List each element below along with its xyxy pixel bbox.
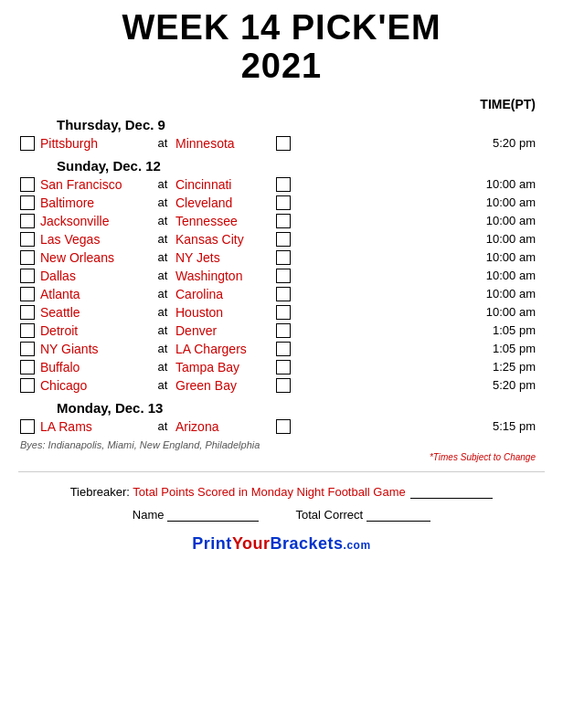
game-row: Jacksonville at Tennessee 10:00 am bbox=[20, 212, 545, 230]
away-checkbox[interactable] bbox=[20, 232, 35, 247]
home-checkbox[interactable] bbox=[276, 323, 291, 338]
brand-print: Print bbox=[192, 534, 232, 553]
team-away: Baltimore bbox=[40, 195, 150, 210]
team-home: Houston bbox=[175, 305, 276, 320]
correct-underline bbox=[366, 521, 430, 522]
main-title: WEEK 14 PICK'EM 2021 bbox=[18, 9, 545, 86]
away-checkbox[interactable] bbox=[20, 195, 35, 210]
team-home: NY Jets bbox=[175, 250, 276, 265]
team-away: Detroit bbox=[40, 323, 150, 338]
day-sunday: Sunday, Dec. 12 bbox=[57, 158, 545, 174]
home-checkbox[interactable] bbox=[276, 342, 291, 356]
game-time: 1:05 pm bbox=[493, 323, 545, 337]
game-time: 5:20 pm bbox=[493, 378, 545, 392]
team-home: LA Chargers bbox=[175, 342, 276, 356]
schedule: Thursday, Dec. 9 Pittsburgh at Minnesota… bbox=[18, 117, 545, 436]
team-away: Buffalo bbox=[40, 360, 150, 375]
home-checkbox[interactable] bbox=[276, 232, 291, 247]
home-checkbox[interactable] bbox=[276, 378, 291, 393]
game-time: 5:15 pm bbox=[493, 419, 545, 433]
time-header: TIME(PT) bbox=[18, 97, 545, 111]
game-time: 10:00 am bbox=[486, 305, 545, 319]
away-checkbox[interactable] bbox=[20, 419, 35, 434]
name-field: Name bbox=[133, 508, 260, 522]
game-time: 10:00 am bbox=[486, 214, 545, 227]
away-checkbox[interactable] bbox=[20, 378, 35, 393]
home-checkbox[interactable] bbox=[276, 177, 291, 192]
brand-your: Your bbox=[232, 534, 271, 553]
home-checkbox[interactable] bbox=[276, 250, 291, 265]
game-row: NY Giants at LA Chargers 1:05 pm bbox=[20, 340, 545, 358]
brand-dotcom: .com bbox=[344, 539, 371, 552]
away-checkbox[interactable] bbox=[20, 360, 35, 375]
game-time: 10:00 am bbox=[486, 195, 545, 209]
page-container: WEEK 14 PICK'EM 2021 TIME(PT) Thursday, … bbox=[18, 9, 545, 554]
brand-brackets: Brackets bbox=[271, 534, 344, 553]
times-note: *Times Subject to Change bbox=[18, 452, 545, 462]
game-time: 10:00 am bbox=[486, 250, 545, 264]
name-label: Name bbox=[133, 508, 165, 522]
away-checkbox[interactable] bbox=[20, 177, 35, 192]
team-home: Minnesota bbox=[175, 136, 276, 151]
home-checkbox[interactable] bbox=[276, 136, 291, 151]
home-checkbox[interactable] bbox=[276, 195, 291, 210]
game-time: 10:00 am bbox=[486, 287, 545, 301]
home-checkbox[interactable] bbox=[276, 214, 291, 228]
home-checkbox[interactable] bbox=[276, 287, 291, 301]
away-checkbox[interactable] bbox=[20, 305, 35, 320]
game-row: Pittsburgh at Minnesota 5:20 pm bbox=[20, 134, 545, 153]
game-row: San Francisco at Cincinnati 10:00 am bbox=[20, 175, 545, 194]
tiebreaker-underline bbox=[410, 498, 493, 499]
correct-field: Total Correct bbox=[295, 508, 430, 522]
game-row: Detroit at Denver 1:05 pm bbox=[20, 322, 545, 340]
team-home: Arizona bbox=[175, 419, 276, 434]
game-row: Dallas at Washington 10:00 am bbox=[20, 267, 545, 285]
day-thursday: Thursday, Dec. 9 bbox=[57, 117, 545, 132]
team-home: Carolina bbox=[175, 287, 276, 301]
away-checkbox-0[interactable] bbox=[20, 136, 35, 151]
correct-label: Total Correct bbox=[295, 508, 363, 522]
game-row: Atlanta at Carolina 10:00 am bbox=[20, 285, 545, 303]
day-monday: Monday, Dec. 13 bbox=[57, 400, 545, 416]
home-checkbox[interactable] bbox=[276, 419, 291, 434]
team-away: Jacksonville bbox=[40, 214, 150, 228]
away-checkbox[interactable] bbox=[20, 269, 35, 283]
game-row: LA Rams at Arizona 5:15 pm bbox=[20, 417, 545, 436]
tiebreaker-line: Tiebreaker: Total Points Scored in Monda… bbox=[18, 485, 545, 499]
game-row: New Orleans at NY Jets 10:00 am bbox=[20, 248, 545, 267]
home-checkbox[interactable] bbox=[276, 305, 291, 320]
away-checkbox[interactable] bbox=[20, 250, 35, 265]
home-checkbox[interactable] bbox=[276, 269, 291, 283]
home-checkbox[interactable] bbox=[276, 360, 291, 375]
team-home: Denver bbox=[175, 323, 276, 338]
away-checkbox[interactable] bbox=[20, 287, 35, 301]
away-checkbox[interactable] bbox=[20, 342, 35, 356]
team-home: Kansas City bbox=[175, 232, 276, 247]
team-away: Chicago bbox=[40, 378, 150, 393]
team-away: NY Giants bbox=[40, 342, 150, 356]
byes-note: Byes: Indianapolis, Miami, New England, … bbox=[18, 439, 545, 450]
game-row: Seattle at Houston 10:00 am bbox=[20, 303, 545, 322]
team-away: New Orleans bbox=[40, 250, 150, 265]
team-home: Cleveland bbox=[175, 195, 276, 210]
away-checkbox[interactable] bbox=[20, 323, 35, 338]
team-away: Atlanta bbox=[40, 287, 150, 301]
team-away: Pittsburgh bbox=[40, 136, 150, 151]
game-row: Chicago at Green Bay 5:20 pm bbox=[20, 376, 545, 395]
brand-footer: PrintYourBrackets.com bbox=[18, 534, 545, 554]
name-correct-line: Name Total Correct bbox=[18, 508, 545, 522]
tiebreaker-section: Tiebreaker: Total Points Scored in Monda… bbox=[18, 485, 545, 554]
team-away: Dallas bbox=[40, 269, 150, 283]
tiebreaker-label: Tiebreaker: bbox=[70, 485, 130, 499]
game-time: 10:00 am bbox=[486, 269, 545, 282]
game-time: 1:05 pm bbox=[493, 342, 545, 355]
team-home: Tampa Bay bbox=[175, 360, 276, 375]
team-home: Cincinnati bbox=[175, 177, 276, 192]
name-underline bbox=[167, 521, 259, 522]
game-row: Buffalo at Tampa Bay 1:25 pm bbox=[20, 358, 545, 376]
game-time: 5:20 pm bbox=[493, 136, 545, 150]
tiebreaker-value: Total Points Scored in Monday Night Foot… bbox=[133, 485, 405, 499]
game-time: 10:00 am bbox=[486, 177, 545, 191]
away-checkbox[interactable] bbox=[20, 214, 35, 228]
team-home: Washington bbox=[175, 269, 276, 283]
